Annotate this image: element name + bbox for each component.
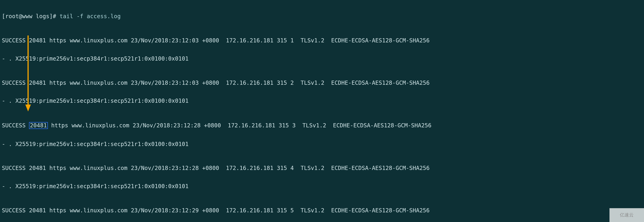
log-line-highlighted: SUCCESS 20481 https www.linuxplus.com 23… (2, 122, 642, 129)
command-tail: tail -f access.log (60, 13, 121, 20)
prompt-line-1: [root@www logs]# tail -f access.log (2, 13, 642, 19)
log-line: - . X25519:prime256v1:secp384r1:secp521r… (2, 98, 642, 104)
log-line: SUCCESS 20481 https www.linuxplus.com 23… (2, 208, 642, 214)
log-prefix: SUCCESS (2, 122, 29, 129)
log-line: - . X25519:prime256v1:secp384r1:secp521r… (2, 183, 642, 189)
watermark: 亿速云 (610, 208, 644, 222)
pid-blue-box: 20481 (29, 122, 48, 129)
terminal[interactable]: [root@www logs]# tail -f access.log SUCC… (0, 0, 644, 222)
log-line: - . X25519:prime256v1:secp384r1:secp521r… (2, 141, 642, 147)
watermark-text: 亿速云 (620, 212, 634, 218)
log-line: SUCCESS 20481 https www.linuxplus.com 23… (2, 38, 642, 44)
shell-prompt: [root@www logs]# (2, 13, 60, 20)
svg-marker-1 (25, 104, 31, 112)
log-line: SUCCESS 20481 https www.linuxplus.com 23… (2, 80, 642, 86)
log-line: SUCCESS 20481 https www.linuxplus.com 23… (2, 165, 642, 171)
log-line: - . X25519:prime256v1:secp384r1:secp521r… (2, 56, 642, 62)
log-suffix: https www.linuxplus.com 23/Nov/2018:23:1… (48, 122, 432, 129)
